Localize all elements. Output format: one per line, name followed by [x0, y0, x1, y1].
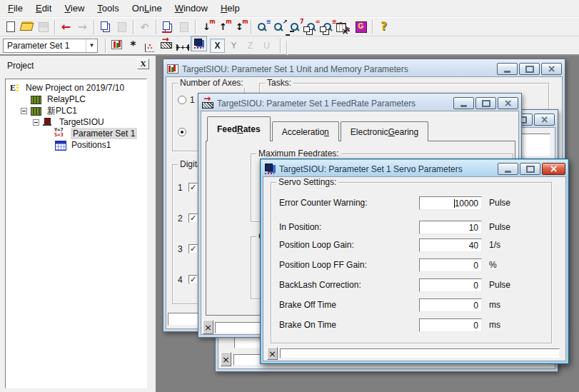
paste-button[interactable] — [114, 19, 130, 35]
menu-view[interactable]: View — [58, 1, 91, 16]
clear-status-button[interactable]: × — [203, 320, 213, 334]
application-window: FileEditViewToolsOnLineWindowHelp ←→↶↓m↑… — [0, 0, 579, 392]
parameter-set-combobox[interactable]: Parameter Set 1 ▼ — [3, 39, 98, 53]
menu-online[interactable]: OnLine — [126, 1, 168, 16]
transfer-upload-button[interactable]: ↑m — [215, 19, 231, 35]
axis-button-z[interactable]: Z — [243, 39, 258, 53]
step-button[interactable] — [283, 25, 300, 41]
tab-electronic-gearing[interactable]: Electronic Gearing — [341, 121, 428, 141]
close-button[interactable] — [534, 114, 555, 126]
servo-parameters-button[interactable] — [191, 36, 207, 51]
restore-button[interactable] — [519, 63, 540, 75]
servo-row-label: Brake Off Time — [279, 300, 336, 310]
chevron-down-icon[interactable]: ▼ — [86, 39, 97, 52]
save-button[interactable] — [35, 19, 51, 35]
servo-row-input[interactable]: 0 — [419, 278, 482, 292]
menu-help[interactable]: Help — [214, 1, 246, 16]
undo-button[interactable]: ↶ — [136, 19, 153, 35]
io-checkbox-4[interactable]: ✓ — [188, 275, 198, 284]
forward-button[interactable]: → — [74, 19, 91, 35]
tab-feed-rates[interactable]: Feed Rates — [207, 116, 271, 141]
transfer-both-icon: ↕m — [233, 21, 246, 33]
global-data-button[interactable] — [353, 19, 369, 35]
axis-button-u[interactable]: U — [259, 39, 274, 53]
servo-row-input[interactable]: 0 — [419, 318, 482, 332]
restore-button[interactable] — [520, 163, 540, 175]
open-button[interactable] — [19, 19, 35, 35]
origin-settings-icon: * — [127, 40, 140, 51]
tree-item-targetsiou[interactable]: TargetSIOU — [6, 116, 146, 128]
unit-memory-parameters-icon — [111, 40, 122, 49]
axes-radio-1[interactable] — [178, 96, 186, 104]
servo-row-input[interactable]: 10 — [419, 221, 482, 234]
minimize-button[interactable] — [497, 63, 518, 75]
parameter-toolbar: Parameter Set 1 ▼ *∴+++ XYZU ✓ — [0, 36, 579, 56]
tree-item-positions1[interactable]: Positions1 — [6, 139, 146, 151]
tree-item-parameter-set-1[interactable]: Parameter Set 1 — [6, 128, 146, 139]
transfer-download-button[interactable]: ↓m — [198, 19, 215, 35]
window-titlebar[interactable]: TargetSIOU: Parameter Set 1 FeedRate Par… — [201, 96, 519, 111]
close-button[interactable] — [541, 63, 562, 75]
menu-tools[interactable]: Tools — [91, 1, 125, 16]
tree-item-label[interactable]: New Project on 2019/7/10 — [24, 82, 126, 94]
back-button[interactable]: ← — [58, 19, 74, 35]
tab-acceleration[interactable]: Acceleration — [272, 121, 339, 141]
tree-item-new-project-on-2019-7-10[interactable]: New Project on 2019/7/10 — [6, 82, 146, 94]
copy-list-button[interactable] — [159, 19, 176, 35]
axis-button-x[interactable]: X — [210, 39, 225, 53]
tree-item--plc1[interactable]: 新PLC1 — [6, 105, 146, 116]
tree-item-label[interactable]: Parameter Set 1 — [71, 128, 137, 139]
override-parameters-button[interactable]: +++ — [174, 39, 191, 55]
window-titlebar[interactable]: TargetSIOU: Parameter Set 1 Servo Parame… — [263, 161, 566, 176]
menu-edit[interactable]: Edit — [29, 1, 58, 16]
servo-row-input[interactable]: 0 — [419, 298, 482, 312]
servo-row-input[interactable]: 40 — [419, 238, 482, 252]
help-icon: ? — [378, 21, 391, 33]
toolbar-separator — [105, 39, 106, 53]
position-scatter-icon: ∴ — [145, 44, 154, 52]
origin-settings-button[interactable]: * — [125, 38, 141, 54]
io-row-label: 2 — [178, 213, 183, 223]
search-table-button[interactable]: ≡ — [254, 19, 271, 35]
tree-expander-minus[interactable] — [33, 119, 39, 126]
io-checkbox-1[interactable]: ✓ — [188, 183, 198, 192]
feedrate-parameters-button[interactable] — [158, 36, 174, 51]
servo-row-unit: Pulse — [489, 222, 510, 232]
servo-row-input[interactable]: 10000 — [419, 196, 482, 210]
tree-expander-minus[interactable] — [21, 108, 27, 114]
paste-list-button[interactable] — [176, 19, 192, 35]
cascade-paste-button[interactable] — [316, 23, 333, 39]
forward-icon: → — [76, 21, 89, 33]
minimize-button[interactable] — [498, 163, 518, 175]
close-button[interactable] — [498, 97, 518, 109]
copy-button[interactable] — [97, 19, 114, 35]
clear-status-button[interactable]: × — [267, 347, 278, 360]
io-checkbox-2[interactable]: ✓ — [188, 213, 198, 223]
tree-item-label[interactable]: Positions1 — [69, 139, 113, 151]
menu-file[interactable]: File — [1, 1, 29, 16]
servo-row-unit: 1/s — [489, 240, 500, 250]
axes-radio-selected[interactable] — [178, 128, 186, 136]
plc-icon — [30, 106, 43, 116]
delete-table-button[interactable] — [333, 20, 349, 36]
transfer-both-button[interactable]: ↕m — [231, 19, 248, 35]
window-titlebar[interactable]: TargetSIOU: Parameter Set 1 Unit and Mem… — [166, 61, 563, 76]
unit-memory-parameters-button[interactable] — [109, 36, 125, 52]
servo-row-input[interactable]: 0 — [419, 258, 482, 272]
position-scatter-button[interactable]: ∴ — [141, 40, 158, 56]
project-panel-close-button[interactable]: X — [137, 59, 149, 69]
new-button[interactable] — [2, 19, 19, 35]
toolbar-separator — [372, 20, 373, 34]
close-button[interactable] — [542, 163, 565, 175]
plc-icon — [30, 94, 43, 104]
axis-button-y[interactable]: Y — [226, 39, 241, 53]
restore-button[interactable] — [475, 97, 496, 109]
tree-item-label[interactable]: TargetSIOU — [57, 116, 106, 128]
help-button[interactable]: ? — [376, 19, 392, 35]
tree-item-label[interactable]: 新PLC1 — [45, 104, 79, 118]
minimize-button[interactable] — [453, 97, 474, 109]
io-checkbox-3[interactable]: ✓ — [188, 244, 198, 253]
menu-window[interactable]: Window — [168, 1, 214, 16]
cascade-copy-button[interactable] — [300, 23, 316, 39]
clear-status-button[interactable]: × — [221, 352, 231, 366]
